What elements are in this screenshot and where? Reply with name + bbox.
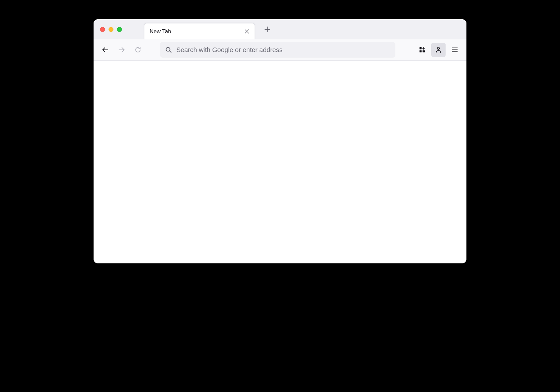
tab-strip: New Tab [94, 19, 466, 39]
account-button[interactable] [431, 43, 446, 57]
svg-point-13 [437, 47, 440, 49]
arrow-left-icon [102, 46, 109, 53]
browser-window: New Tab [94, 19, 466, 263]
window-maximize-button[interactable] [117, 27, 122, 32]
search-icon [165, 47, 172, 53]
toolbar-right [415, 43, 462, 57]
app-menu-button[interactable] [448, 43, 462, 57]
nav-back-button[interactable] [98, 43, 112, 57]
nav-reload-button[interactable] [131, 43, 145, 57]
svg-rect-10 [423, 50, 425, 53]
tab-active[interactable]: New Tab [144, 23, 255, 39]
nav-forward-button[interactable] [114, 43, 129, 57]
svg-rect-8 [420, 47, 422, 49]
new-tab-button[interactable] [261, 23, 273, 35]
tab-title: New Tab [150, 28, 242, 35]
plus-icon [264, 26, 270, 32]
traffic-lights [100, 27, 122, 32]
firefox-account-icon [435, 46, 442, 53]
close-icon [244, 29, 249, 34]
page-content [94, 61, 466, 263]
window-close-button[interactable] [100, 27, 105, 32]
toolbar [94, 39, 466, 61]
hamburger-menu-icon [451, 47, 458, 53]
address-input[interactable] [176, 46, 390, 54]
extensions-button[interactable] [415, 43, 429, 57]
apps-grid-icon [419, 47, 425, 53]
tab-close-button[interactable] [242, 27, 251, 36]
svg-rect-9 [420, 50, 422, 53]
arrow-right-icon [118, 46, 125, 53]
reload-icon [135, 47, 141, 53]
window-minimize-button[interactable] [109, 27, 113, 32]
svg-line-7 [169, 51, 171, 52]
address-bar[interactable] [160, 42, 395, 58]
